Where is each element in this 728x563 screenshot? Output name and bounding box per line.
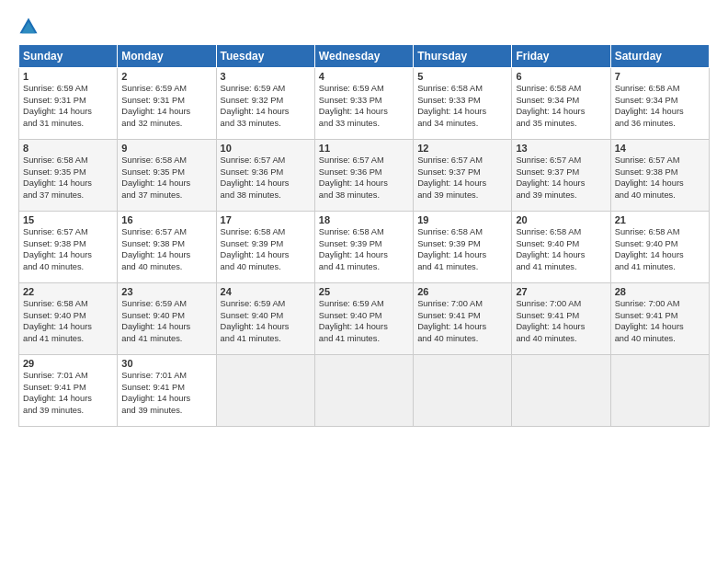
day-info: Sunrise: 7:00 AMSunset: 9:41 PMDaylight:… <box>516 298 606 344</box>
calendar-cell: 28Sunrise: 7:00 AMSunset: 9:41 PMDayligh… <box>610 283 709 355</box>
calendar-cell: 16Sunrise: 6:57 AMSunset: 9:38 PMDayligh… <box>118 212 216 283</box>
day-info: Sunrise: 6:59 AMSunset: 9:40 PMDaylight:… <box>121 298 211 344</box>
calendar-cell: 21Sunrise: 6:58 AMSunset: 9:40 PMDayligh… <box>610 212 709 283</box>
calendar-cell: 19Sunrise: 6:58 AMSunset: 9:39 PMDayligh… <box>414 212 512 283</box>
calendar-cell: 11Sunrise: 6:57 AMSunset: 9:36 PMDayligh… <box>314 140 413 212</box>
day-number: 26 <box>417 286 507 297</box>
day-number: 9 <box>121 143 211 154</box>
day-info: Sunrise: 6:59 AMSunset: 9:32 PMDaylight:… <box>221 83 311 129</box>
calendar-cell <box>216 355 314 427</box>
day-info: Sunrise: 7:01 AMSunset: 9:41 PMDaylight:… <box>121 370 211 416</box>
day-number: 12 <box>417 143 507 154</box>
day-info: Sunrise: 7:00 AMSunset: 9:41 PMDaylight:… <box>417 298 507 344</box>
day-number: 28 <box>615 286 705 297</box>
day-info: Sunrise: 6:58 AMSunset: 9:40 PMDaylight:… <box>23 298 113 344</box>
day-info: Sunrise: 6:58 AMSunset: 9:39 PMDaylight:… <box>417 226 507 272</box>
logo-icon <box>18 17 39 37</box>
calendar-header-saturday: Saturday <box>610 45 709 68</box>
calendar-week-1: 1Sunrise: 6:59 AMSunset: 9:31 PMDaylight… <box>19 68 710 140</box>
day-number: 6 <box>516 71 606 82</box>
day-number: 1 <box>23 71 113 82</box>
calendar-week-2: 8Sunrise: 6:58 AMSunset: 9:35 PMDaylight… <box>19 140 710 212</box>
day-number: 14 <box>615 143 705 154</box>
calendar-week-5: 29Sunrise: 7:01 AMSunset: 9:41 PMDayligh… <box>19 355 710 427</box>
day-info: Sunrise: 6:58 AMSunset: 9:35 PMDaylight:… <box>23 155 113 201</box>
day-info: Sunrise: 6:59 AMSunset: 9:40 PMDaylight:… <box>221 298 311 344</box>
calendar-header-thursday: Thursday <box>414 45 512 68</box>
day-number: 2 <box>121 71 211 82</box>
calendar-cell: 29Sunrise: 7:01 AMSunset: 9:41 PMDayligh… <box>19 355 118 427</box>
day-number: 5 <box>417 71 507 82</box>
day-number: 27 <box>516 286 606 297</box>
calendar-cell <box>610 355 709 427</box>
day-number: 30 <box>121 358 211 369</box>
calendar-cell: 9Sunrise: 6:58 AMSunset: 9:35 PMDaylight… <box>118 140 216 212</box>
day-info: Sunrise: 6:58 AMSunset: 9:35 PMDaylight:… <box>121 155 211 201</box>
calendar-cell: 14Sunrise: 6:57 AMSunset: 9:38 PMDayligh… <box>610 140 709 212</box>
day-number: 22 <box>23 286 113 297</box>
calendar-cell: 8Sunrise: 6:58 AMSunset: 9:35 PMDaylight… <box>19 140 118 212</box>
calendar-cell: 25Sunrise: 6:59 AMSunset: 9:40 PMDayligh… <box>314 283 413 355</box>
calendar: SundayMondayTuesdayWednesdayThursdayFrid… <box>18 44 710 427</box>
calendar-cell: 30Sunrise: 7:01 AMSunset: 9:41 PMDayligh… <box>118 355 216 427</box>
day-info: Sunrise: 6:57 AMSunset: 9:36 PMDaylight:… <box>221 155 311 201</box>
calendar-header-friday: Friday <box>512 45 610 68</box>
calendar-cell: 17Sunrise: 6:58 AMSunset: 9:39 PMDayligh… <box>216 212 314 283</box>
day-info: Sunrise: 6:58 AMSunset: 9:34 PMDaylight:… <box>516 83 606 129</box>
day-info: Sunrise: 6:58 AMSunset: 9:40 PMDaylight:… <box>516 226 606 272</box>
calendar-cell: 7Sunrise: 6:58 AMSunset: 9:34 PMDaylight… <box>610 68 709 140</box>
calendar-cell <box>512 355 610 427</box>
day-number: 17 <box>221 214 311 225</box>
calendar-cell: 18Sunrise: 6:58 AMSunset: 9:39 PMDayligh… <box>314 212 413 283</box>
day-info: Sunrise: 6:57 AMSunset: 9:38 PMDaylight:… <box>23 226 113 272</box>
calendar-cell: 4Sunrise: 6:59 AMSunset: 9:33 PMDaylight… <box>314 68 413 140</box>
day-info: Sunrise: 6:59 AMSunset: 9:31 PMDaylight:… <box>121 83 211 129</box>
calendar-week-4: 22Sunrise: 6:58 AMSunset: 9:40 PMDayligh… <box>19 283 710 355</box>
day-number: 8 <box>23 143 113 154</box>
calendar-cell: 1Sunrise: 6:59 AMSunset: 9:31 PMDaylight… <box>19 68 118 140</box>
day-number: 23 <box>121 286 211 297</box>
day-info: Sunrise: 6:58 AMSunset: 9:40 PMDaylight:… <box>615 226 705 272</box>
calendar-header-tuesday: Tuesday <box>216 45 314 68</box>
day-number: 16 <box>121 214 211 225</box>
calendar-cell <box>414 355 512 427</box>
day-number: 29 <box>23 358 113 369</box>
day-number: 13 <box>516 143 606 154</box>
calendar-cell: 12Sunrise: 6:57 AMSunset: 9:37 PMDayligh… <box>414 140 512 212</box>
day-info: Sunrise: 6:58 AMSunset: 9:39 PMDaylight:… <box>221 226 311 272</box>
calendar-cell: 23Sunrise: 6:59 AMSunset: 9:40 PMDayligh… <box>118 283 216 355</box>
day-number: 19 <box>417 214 507 225</box>
calendar-cell: 13Sunrise: 6:57 AMSunset: 9:37 PMDayligh… <box>512 140 610 212</box>
day-number: 15 <box>23 214 113 225</box>
calendar-cell: 27Sunrise: 7:00 AMSunset: 9:41 PMDayligh… <box>512 283 610 355</box>
day-number: 10 <box>221 143 311 154</box>
calendar-cell: 2Sunrise: 6:59 AMSunset: 9:31 PMDaylight… <box>118 68 216 140</box>
calendar-week-3: 15Sunrise: 6:57 AMSunset: 9:38 PMDayligh… <box>19 212 710 283</box>
calendar-cell: 24Sunrise: 6:59 AMSunset: 9:40 PMDayligh… <box>216 283 314 355</box>
day-info: Sunrise: 6:59 AMSunset: 9:40 PMDaylight:… <box>319 298 409 344</box>
day-info: Sunrise: 7:00 AMSunset: 9:41 PMDaylight:… <box>615 298 705 344</box>
day-info: Sunrise: 6:58 AMSunset: 9:34 PMDaylight:… <box>615 83 705 129</box>
calendar-header-row: SundayMondayTuesdayWednesdayThursdayFrid… <box>19 45 710 68</box>
calendar-cell: 26Sunrise: 7:00 AMSunset: 9:41 PMDayligh… <box>414 283 512 355</box>
day-number: 7 <box>615 71 705 82</box>
day-info: Sunrise: 6:58 AMSunset: 9:39 PMDaylight:… <box>319 226 409 272</box>
calendar-cell <box>314 355 413 427</box>
day-number: 18 <box>319 214 409 225</box>
day-info: Sunrise: 6:58 AMSunset: 9:33 PMDaylight:… <box>417 83 507 129</box>
day-number: 24 <box>221 286 311 297</box>
calendar-cell: 10Sunrise: 6:57 AMSunset: 9:36 PMDayligh… <box>216 140 314 212</box>
day-info: Sunrise: 6:57 AMSunset: 9:37 PMDaylight:… <box>516 155 606 201</box>
calendar-header-wednesday: Wednesday <box>314 45 413 68</box>
calendar-cell: 20Sunrise: 6:58 AMSunset: 9:40 PMDayligh… <box>512 212 610 283</box>
calendar-header-monday: Monday <box>118 45 216 68</box>
day-info: Sunrise: 6:57 AMSunset: 9:37 PMDaylight:… <box>417 155 507 201</box>
calendar-cell: 6Sunrise: 6:58 AMSunset: 9:34 PMDaylight… <box>512 68 610 140</box>
logo <box>18 17 42 37</box>
day-number: 11 <box>319 143 409 154</box>
header <box>18 17 710 37</box>
calendar-cell: 22Sunrise: 6:58 AMSunset: 9:40 PMDayligh… <box>19 283 118 355</box>
day-info: Sunrise: 6:59 AMSunset: 9:31 PMDaylight:… <box>23 83 113 129</box>
calendar-cell: 15Sunrise: 6:57 AMSunset: 9:38 PMDayligh… <box>19 212 118 283</box>
calendar-header-sunday: Sunday <box>19 45 118 68</box>
